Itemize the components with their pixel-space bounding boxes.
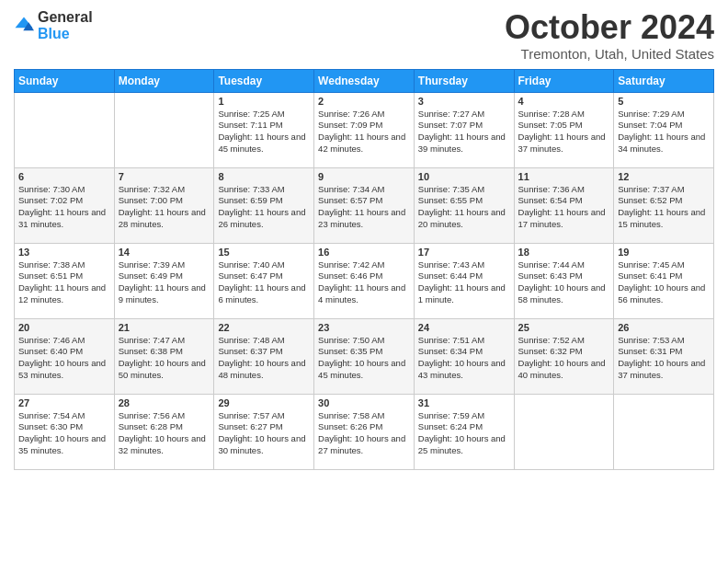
col-wednesday: Wednesday [314,69,415,92]
day-info: Sunrise: 7:38 AM Sunset: 6:51 PM Dayligh… [18,259,110,306]
day-info: Sunrise: 7:45 AM Sunset: 6:41 PM Dayligh… [618,259,710,306]
calendar-cell: 25Sunrise: 7:52 AM Sunset: 6:32 PM Dayli… [514,318,614,394]
header-row: Sunday Monday Tuesday Wednesday Thursday… [15,69,714,92]
day-info: Sunrise: 7:34 AM Sunset: 6:57 PM Dayligh… [318,184,410,231]
day-number: 11 [518,171,610,182]
calendar-cell: 6Sunrise: 7:30 AM Sunset: 7:02 PM Daylig… [15,167,115,243]
logo-icon [14,16,34,36]
day-number: 25 [518,322,610,333]
calendar-cell: 28Sunrise: 7:56 AM Sunset: 6:28 PM Dayli… [114,394,214,469]
day-number: 10 [418,171,510,182]
month-title: October 2024 [505,9,714,46]
calendar-cell: 13Sunrise: 7:38 AM Sunset: 6:51 PM Dayli… [15,243,115,318]
day-number: 13 [18,247,110,258]
calendar-cell [614,394,714,469]
day-number: 1 [218,96,310,107]
day-number: 18 [518,247,610,258]
calendar-cell: 22Sunrise: 7:48 AM Sunset: 6:37 PM Dayli… [214,318,314,394]
col-thursday: Thursday [414,69,514,92]
calendar-cell: 26Sunrise: 7:53 AM Sunset: 6:31 PM Dayli… [614,318,714,394]
calendar-cell: 31Sunrise: 7:59 AM Sunset: 6:24 PM Dayli… [414,394,514,469]
calendar-cell: 4Sunrise: 7:28 AM Sunset: 7:05 PM Daylig… [514,92,614,167]
day-info: Sunrise: 7:36 AM Sunset: 6:54 PM Dayligh… [518,184,610,231]
day-number: 2 [318,96,410,107]
logo: General Blue [14,9,93,42]
calendar-cell [514,394,614,469]
col-monday: Monday [114,69,214,92]
calendar-cell: 29Sunrise: 7:57 AM Sunset: 6:27 PM Dayli… [214,394,314,469]
day-info: Sunrise: 7:52 AM Sunset: 6:32 PM Dayligh… [518,335,610,382]
day-info: Sunrise: 7:30 AM Sunset: 7:02 PM Dayligh… [18,184,110,231]
day-info: Sunrise: 7:26 AM Sunset: 7:09 PM Dayligh… [318,109,410,155]
location-title: Tremonton, Utah, United States [505,46,714,62]
calendar-table: Sunday Monday Tuesday Wednesday Thursday… [14,69,714,470]
calendar-cell: 27Sunrise: 7:54 AM Sunset: 6:30 PM Dayli… [15,394,115,469]
day-number: 3 [418,96,510,107]
col-friday: Friday [514,69,614,92]
day-info: Sunrise: 7:27 AM Sunset: 7:07 PM Dayligh… [418,109,510,155]
day-number: 22 [218,322,310,333]
day-info: Sunrise: 7:40 AM Sunset: 6:47 PM Dayligh… [218,259,310,306]
day-info: Sunrise: 7:51 AM Sunset: 6:34 PM Dayligh… [418,335,510,382]
calendar-cell: 3Sunrise: 7:27 AM Sunset: 7:07 PM Daylig… [414,92,514,167]
day-number: 14 [119,247,210,258]
day-info: Sunrise: 7:42 AM Sunset: 6:46 PM Dayligh… [318,259,410,306]
day-info: Sunrise: 7:39 AM Sunset: 6:49 PM Dayligh… [119,259,210,306]
day-number: 21 [119,322,210,333]
calendar-cell: 12Sunrise: 7:37 AM Sunset: 6:52 PM Dayli… [614,167,714,243]
calendar-week-0: 1Sunrise: 7:25 AM Sunset: 7:11 PM Daylig… [15,92,714,167]
calendar-cell: 15Sunrise: 7:40 AM Sunset: 6:47 PM Dayli… [214,243,314,318]
day-info: Sunrise: 7:47 AM Sunset: 6:38 PM Dayligh… [119,335,210,382]
calendar-cell: 23Sunrise: 7:50 AM Sunset: 6:35 PM Dayli… [314,318,415,394]
calendar-week-1: 6Sunrise: 7:30 AM Sunset: 7:02 PM Daylig… [15,167,714,243]
calendar-week-4: 27Sunrise: 7:54 AM Sunset: 6:30 PM Dayli… [15,394,714,469]
day-number: 31 [418,397,510,408]
calendar-cell: 10Sunrise: 7:35 AM Sunset: 6:55 PM Dayli… [414,167,514,243]
day-info: Sunrise: 7:50 AM Sunset: 6:35 PM Dayligh… [318,335,410,382]
day-info: Sunrise: 7:28 AM Sunset: 7:05 PM Dayligh… [518,109,610,155]
day-number: 29 [218,397,310,408]
day-number: 5 [618,96,710,107]
calendar-cell: 14Sunrise: 7:39 AM Sunset: 6:49 PM Dayli… [114,243,214,318]
day-info: Sunrise: 7:43 AM Sunset: 6:44 PM Dayligh… [418,259,510,306]
calendar-cell: 19Sunrise: 7:45 AM Sunset: 6:41 PM Dayli… [614,243,714,318]
calendar-cell: 18Sunrise: 7:44 AM Sunset: 6:43 PM Dayli… [514,243,614,318]
day-info: Sunrise: 7:58 AM Sunset: 6:26 PM Dayligh… [318,410,410,457]
calendar-cell: 8Sunrise: 7:33 AM Sunset: 6:59 PM Daylig… [214,167,314,243]
day-info: Sunrise: 7:25 AM Sunset: 7:11 PM Dayligh… [218,109,310,155]
day-info: Sunrise: 7:37 AM Sunset: 6:52 PM Dayligh… [618,184,710,231]
day-number: 26 [618,322,710,333]
day-info: Sunrise: 7:35 AM Sunset: 6:55 PM Dayligh… [418,184,510,231]
calendar-cell: 2Sunrise: 7:26 AM Sunset: 7:09 PM Daylig… [314,92,415,167]
calendar-page: General Blue October 2024 Tremonton, Uta… [0,0,728,563]
calendar-cell: 20Sunrise: 7:46 AM Sunset: 6:40 PM Dayli… [15,318,115,394]
day-number: 15 [218,247,310,258]
day-info: Sunrise: 7:53 AM Sunset: 6:31 PM Dayligh… [618,335,710,382]
day-number: 8 [218,171,310,182]
day-number: 12 [618,171,710,182]
day-number: 6 [18,171,110,182]
day-number: 24 [418,322,510,333]
calendar-cell: 1Sunrise: 7:25 AM Sunset: 7:11 PM Daylig… [214,92,314,167]
day-info: Sunrise: 7:59 AM Sunset: 6:24 PM Dayligh… [418,410,510,457]
calendar-cell: 24Sunrise: 7:51 AM Sunset: 6:34 PM Dayli… [414,318,514,394]
day-number: 7 [119,171,210,182]
calendar-cell: 5Sunrise: 7:29 AM Sunset: 7:04 PM Daylig… [614,92,714,167]
calendar-week-3: 20Sunrise: 7:46 AM Sunset: 6:40 PM Dayli… [15,318,714,394]
day-number: 9 [318,171,410,182]
col-tuesday: Tuesday [214,69,314,92]
day-info: Sunrise: 7:44 AM Sunset: 6:43 PM Dayligh… [518,259,610,306]
day-info: Sunrise: 7:33 AM Sunset: 6:59 PM Dayligh… [218,184,310,231]
calendar-cell: 11Sunrise: 7:36 AM Sunset: 6:54 PM Dayli… [514,167,614,243]
calendar-cell: 7Sunrise: 7:32 AM Sunset: 7:00 PM Daylig… [114,167,214,243]
title-block: October 2024 Tremonton, Utah, United Sta… [505,9,714,62]
calendar-week-2: 13Sunrise: 7:38 AM Sunset: 6:51 PM Dayli… [15,243,714,318]
day-number: 23 [318,322,410,333]
day-number: 27 [18,397,110,408]
logo-general: General [38,9,93,25]
col-saturday: Saturday [614,69,714,92]
calendar-cell: 9Sunrise: 7:34 AM Sunset: 6:57 PM Daylig… [314,167,415,243]
day-number: 16 [318,247,410,258]
calendar-cell: 21Sunrise: 7:47 AM Sunset: 6:38 PM Dayli… [114,318,214,394]
day-info: Sunrise: 7:32 AM Sunset: 7:00 PM Dayligh… [119,184,210,231]
